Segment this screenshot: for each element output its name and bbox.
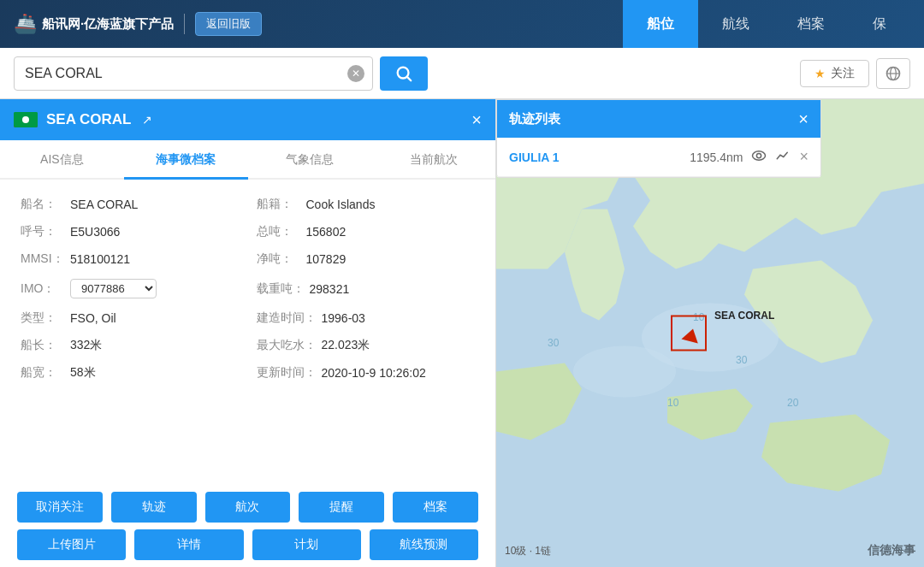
map-area[interactable]: 30 30 20 10 10 SEA CORAL 轨迹列表 × GIUL (496, 99, 924, 567)
star-icon: ★ (814, 67, 826, 80)
external-link-icon: ↗ (142, 113, 152, 127)
map-view-btn[interactable] (876, 58, 910, 89)
type-label: 类型： (21, 310, 65, 326)
map-scale: 10级 · 1链 (505, 544, 551, 558)
detail-btn[interactable]: 详情 (134, 529, 243, 560)
width-value: 58米 (70, 365, 96, 381)
deadweight-row: 载重吨： 298321 (257, 279, 476, 298)
buildtime-row: 建造时间： 1996-03 (257, 310, 476, 326)
callsign-label: 呼号： (21, 224, 65, 239)
track-delete-btn[interactable]: × (799, 148, 808, 166)
track-header: 轨迹列表 × (497, 100, 820, 138)
search-icon (394, 64, 413, 83)
map-canvas[interactable]: 30 30 20 10 10 SEA CORAL 轨迹列表 × GIUL (496, 99, 924, 567)
alert-btn[interactable]: 提醒 (299, 492, 384, 523)
callsign-value: E5U3066 (70, 225, 120, 239)
info-grid: 船名： SEA CORAL 船籍： Cook Islands 呼号： E5U30… (21, 197, 475, 381)
length-value: 332米 (70, 338, 102, 353)
deadweight-value: 298321 (310, 282, 350, 296)
nav-tab-archive[interactable]: 档案 (773, 0, 849, 48)
flag-icon (14, 112, 38, 127)
upload-photo-btn[interactable]: 上传图片 (17, 529, 126, 560)
buildtime-value: 1996-03 (322, 311, 365, 325)
maxdraft-row: 最大吃水： 22.023米 (257, 338, 476, 353)
mmsi-value: 518100121 (70, 252, 130, 266)
svg-point-17 (757, 153, 761, 157)
panel-close-btn[interactable]: × (471, 110, 482, 130)
flag-row: 船籍： Cook Islands (257, 197, 476, 212)
follow-button[interactable]: ★ 关注 (800, 60, 869, 87)
svg-text:10: 10 (667, 397, 679, 409)
tab-maritime[interactable]: 海事微档案 (124, 142, 248, 180)
deadweight-label: 载重吨： (257, 281, 305, 297)
track-list-item: GIULIA 1 1195.4nm × (497, 138, 820, 177)
imo-row: IMO： 9077886 (21, 279, 240, 298)
svg-text:30: 30 (548, 337, 560, 349)
voyage-btn[interactable]: 航次 (205, 492, 291, 523)
nav-separator (184, 14, 185, 34)
width-row: 船宽： 58米 (21, 365, 240, 381)
ship-icon: 🚢 (14, 13, 37, 35)
track-eye-btn[interactable] (751, 150, 767, 165)
map-watermark: 信德海事 (868, 543, 915, 558)
chart-icon (775, 150, 791, 162)
flag-label: 船籍： (257, 197, 301, 212)
track-panel-close-btn[interactable]: × (798, 109, 808, 129)
ship-name-value: SEA CORAL (70, 198, 138, 211)
svg-text:30: 30 (736, 354, 748, 366)
mmsi-label: MMSI： (21, 251, 65, 267)
svg-text:SEA CORAL: SEA CORAL (714, 310, 774, 322)
buildtime-label: 建造时间： (257, 310, 317, 326)
length-row: 船长： 332米 (21, 338, 240, 353)
tab-weather[interactable]: 气象信息 (248, 142, 372, 180)
tab-ais[interactable]: AIS信息 (0, 142, 124, 180)
plan-btn[interactable]: 计划 (252, 529, 361, 560)
nav-tab-route[interactable]: 航线 (698, 0, 773, 48)
grosston-label: 总吨： (257, 224, 301, 239)
updatetime-row: 更新时间： 2020-10-9 10:26:02 (257, 365, 476, 381)
panel-header: SEA CORAL ↗ × (0, 99, 495, 140)
track-panel-title: 轨迹列表 (509, 111, 560, 127)
track-item-name: GIULIA 1 (509, 151, 681, 164)
svg-text:20: 20 (787, 397, 799, 409)
search-clear-btn[interactable]: ✕ (347, 65, 364, 82)
track-chart-btn[interactable] (775, 150, 791, 165)
svg-line-1 (407, 77, 411, 80)
imo-select[interactable]: 9077886 (70, 279, 157, 298)
grosston-row: 总吨： 156802 (257, 224, 476, 239)
main-content: SEA CORAL ↗ × AIS信息 海事微档案 气象信息 当前航次 船名： (0, 99, 924, 567)
panel-tabs: AIS信息 海事微档案 气象信息 当前航次 (0, 140, 495, 180)
track-btn[interactable]: 轨迹 (111, 492, 197, 523)
search-input[interactable] (14, 56, 373, 91)
return-old-btn[interactable]: 返回旧版 (195, 12, 262, 36)
grosston-value: 156802 (306, 225, 346, 239)
neton-row: 净吨： 107829 (257, 251, 476, 267)
nav-tab-extra[interactable]: 保 (849, 0, 910, 48)
eye-icon (751, 150, 767, 162)
track-item-distance: 1195.4nm (690, 151, 743, 164)
unfollow-btn[interactable]: 取消关注 (17, 492, 103, 523)
map-icon (885, 65, 902, 82)
imo-label: IMO： (21, 281, 65, 297)
updatetime-label: 更新时间： (257, 365, 317, 381)
panel-title: SEA CORAL (46, 111, 132, 128)
width-label: 船宽： (21, 365, 65, 381)
route-predict-btn[interactable]: 航线预测 (370, 529, 478, 560)
search-input-wrap: ✕ (14, 56, 373, 91)
type-value: FSO, Oil (70, 311, 116, 325)
tab-voyage[interactable]: 当前航次 (371, 142, 495, 180)
nav-tab-position[interactable]: 船位 (623, 0, 698, 48)
logo: 🚢 船讯网·亿海蓝旗下产品 (14, 13, 174, 35)
action-buttons: 取消关注 轨迹 航次 提醒 档案 上传图片 详情 计划 航线预测 (0, 481, 495, 567)
top-nav: 🚢 船讯网·亿海蓝旗下产品 返回旧版 船位 航线 档案 保 (0, 0, 924, 48)
svg-point-7 (573, 346, 676, 398)
flag-value: Cook Islands (306, 198, 376, 211)
search-bar: ✕ ★ 关注 (0, 48, 924, 99)
callsign-row: 呼号： E5U3066 (21, 224, 240, 239)
archive-btn[interactable]: 档案 (393, 492, 478, 523)
neton-label: 净吨： (257, 251, 301, 267)
info-section: 船名： SEA CORAL 船籍： Cook Islands 呼号： E5U30… (0, 180, 495, 481)
maxdraft-value: 22.023米 (322, 338, 370, 353)
type-row: 类型： FSO, Oil (21, 310, 240, 326)
search-button[interactable] (380, 56, 428, 91)
